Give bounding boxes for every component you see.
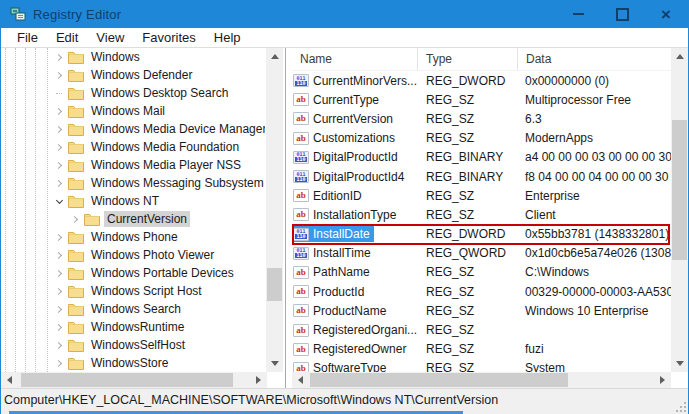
expand-icon[interactable] bbox=[53, 249, 65, 261]
tree-item-windows[interactable]: Windows bbox=[1, 48, 265, 66]
tree-item-label: Windows Media Device Manager bbox=[88, 121, 265, 137]
scrollbar-thumb[interactable] bbox=[672, 120, 687, 260]
column-header-data[interactable]: Data bbox=[518, 48, 671, 70]
registry-value-row-digitalproductid4[interactable]: 011110 DigitalProductId4 REG_BINARY f8 0… bbox=[292, 167, 671, 186]
registry-value-row-registeredorgani[interactable]: ab RegisteredOrgani... REG_SZ bbox=[292, 320, 671, 339]
expand-icon[interactable] bbox=[53, 159, 65, 171]
expand-icon[interactable] bbox=[53, 303, 65, 315]
expand-icon[interactable] bbox=[53, 267, 65, 279]
tree-vertical-scrollbar[interactable] bbox=[266, 48, 283, 372]
tree-item-label: WindowsStore bbox=[88, 355, 171, 371]
registry-value-row-softwaretype[interactable]: ab SoftwareType REG_SZ System bbox=[292, 359, 671, 372]
registry-value-row-currentversion[interactable]: ab CurrentVersion REG_SZ 6.3 bbox=[292, 109, 671, 128]
column-header-type[interactable]: Type bbox=[418, 48, 518, 70]
tree-item-windowsselfhost[interactable]: WindowsSelfHost bbox=[1, 336, 265, 354]
expand-icon[interactable] bbox=[53, 357, 65, 369]
expand-icon[interactable] bbox=[69, 213, 81, 225]
reg-sz-icon: ab bbox=[293, 362, 309, 372]
tree-item-windows-media-player-nss[interactable]: Windows Media Player NSS bbox=[1, 156, 265, 174]
maximize-button[interactable] bbox=[600, 0, 644, 28]
expand-icon[interactable] bbox=[53, 69, 65, 81]
reg-sz-icon: ab bbox=[293, 343, 309, 356]
tree-item-windowsstore[interactable]: WindowsStore bbox=[1, 354, 265, 372]
expand-icon[interactable] bbox=[53, 141, 65, 153]
tree-item-windows-defender[interactable]: Windows Defender bbox=[1, 66, 265, 84]
registry-value-row-editionid[interactable]: ab EditionID REG_SZ Enterprise bbox=[292, 186, 671, 205]
registry-value-row-productname[interactable]: ab ProductName REG_SZ Windows 10 Enterpr… bbox=[292, 301, 671, 320]
registry-value-row-customizations[interactable]: ab Customizations REG_SZ ModernApps bbox=[292, 129, 671, 148]
value-name: ProductId bbox=[313, 285, 364, 299]
scrollbar-thumb[interactable] bbox=[267, 268, 282, 301]
value-type: REG_SZ bbox=[418, 131, 518, 145]
scrollbar-thumb[interactable] bbox=[21, 373, 233, 387]
tree-item-windows-portable-devices[interactable]: Windows Portable Devices bbox=[1, 264, 265, 282]
tree-item-windows-nt[interactable]: Windows NT bbox=[1, 192, 265, 210]
registry-value-row-currentminorvers[interactable]: 011110 CurrentMinorVers... REG_DWORD 0x0… bbox=[292, 71, 671, 90]
tree-item-currentversion[interactable]: CurrentVersion bbox=[1, 210, 265, 228]
scroll-down-icon[interactable] bbox=[266, 355, 283, 372]
scrollbar-thumb[interactable] bbox=[310, 373, 568, 387]
expand-icon[interactable] bbox=[53, 105, 65, 117]
menu-edit[interactable]: Edit bbox=[47, 30, 87, 45]
expand-icon[interactable] bbox=[53, 123, 65, 135]
scroll-left-icon[interactable] bbox=[1, 372, 18, 388]
registry-value-row-registeredowner[interactable]: ab RegisteredOwner REG_SZ fuzi bbox=[292, 340, 671, 359]
tree-item-windows-photo-viewer[interactable]: Windows Photo Viewer bbox=[1, 246, 265, 264]
expand-icon[interactable] bbox=[53, 231, 65, 243]
no-children-marker bbox=[53, 87, 65, 99]
column-header-name[interactable]: Name bbox=[292, 48, 418, 70]
scroll-right-icon[interactable] bbox=[250, 372, 267, 388]
folder-icon bbox=[68, 357, 84, 370]
registry-value-row-installationtype[interactable]: ab InstallationType REG_SZ Client bbox=[292, 205, 671, 224]
tree-item-windows-desktop-search[interactable]: Windows Desktop Search bbox=[1, 84, 265, 102]
value-name: ProductName bbox=[313, 304, 386, 318]
tree-item-windows-mail[interactable]: Windows Mail bbox=[1, 102, 265, 120]
value-data: 00329-00000-00003-AA530 bbox=[518, 285, 671, 299]
folder-icon bbox=[68, 267, 84, 280]
menu-view[interactable]: View bbox=[87, 30, 133, 45]
tree-item-windows-media-device-manager[interactable]: Windows Media Device Manager bbox=[1, 120, 265, 138]
registry-value-row-currenttype[interactable]: ab CurrentType REG_SZ Multiprocessor Fre… bbox=[292, 90, 671, 109]
value-name-wrap: ab CurrentType bbox=[292, 92, 383, 108]
list-vertical-scrollbar[interactable] bbox=[671, 48, 688, 372]
expand-icon[interactable] bbox=[53, 321, 65, 333]
registry-value-row-digitalproductid[interactable]: 011110 DigitalProductId REG_BINARY a4 00… bbox=[292, 148, 671, 167]
tree-items: Windows Windows Defender Windows Desktop… bbox=[1, 48, 265, 372]
collapse-icon[interactable] bbox=[53, 195, 65, 207]
tree-item-windows-search[interactable]: Windows Search bbox=[1, 300, 265, 318]
expand-icon[interactable] bbox=[53, 285, 65, 297]
scroll-right-icon[interactable] bbox=[654, 372, 671, 388]
expand-icon[interactable] bbox=[53, 177, 65, 189]
scroll-down-icon[interactable] bbox=[671, 355, 688, 372]
registry-value-row-installtime[interactable]: 011110 InstallTime REG_QWORD 0x1d0cb6e5a… bbox=[292, 244, 671, 263]
tree-horizontal-scrollbar[interactable] bbox=[1, 372, 267, 388]
list-horizontal-scrollbar[interactable] bbox=[292, 372, 671, 388]
tree-item-label: CurrentVersion bbox=[104, 211, 190, 227]
close-button[interactable]: × bbox=[644, 0, 688, 28]
value-name: SoftwareType bbox=[313, 361, 386, 372]
tree-item-windows-phone[interactable]: Windows Phone bbox=[1, 228, 265, 246]
menu-help[interactable]: Help bbox=[205, 30, 250, 45]
scroll-left-icon[interactable] bbox=[292, 372, 309, 388]
registry-value-row-pathname[interactable]: ab PathName REG_SZ C:\Windows bbox=[292, 263, 671, 282]
scroll-up-icon[interactable] bbox=[671, 48, 688, 65]
menu-file[interactable]: File bbox=[8, 30, 47, 45]
tree-item-windows-script-host[interactable]: Windows Script Host bbox=[1, 282, 265, 300]
registry-value-row-installdate[interactable]: 011110 InstallDate REG_DWORD 0x55bb3781 … bbox=[292, 225, 671, 244]
value-name: PathName bbox=[313, 265, 370, 279]
scroll-up-icon[interactable] bbox=[266, 48, 283, 65]
folder-icon bbox=[68, 339, 84, 352]
resize-grip-icon[interactable] bbox=[676, 402, 686, 412]
registry-value-row-productid[interactable]: ab ProductId REG_SZ 00329-00000-00003-AA… bbox=[292, 282, 671, 301]
value-name-wrap: 011110 InstallTime bbox=[292, 245, 375, 261]
minimize-button[interactable] bbox=[556, 0, 600, 28]
tree-item-windows-messaging-subsystem[interactable]: Windows Messaging Subsystem bbox=[1, 174, 265, 192]
expand-icon[interactable] bbox=[53, 339, 65, 351]
tree-item-windowsruntime[interactable]: WindowsRuntime bbox=[1, 318, 265, 336]
value-type: REG_SZ bbox=[418, 285, 518, 299]
expand-icon[interactable] bbox=[53, 51, 65, 63]
menu-favorites[interactable]: Favorites bbox=[133, 30, 204, 45]
value-type: REG_SZ bbox=[418, 361, 518, 372]
folder-icon bbox=[68, 177, 84, 190]
tree-item-windows-media-foundation[interactable]: Windows Media Foundation bbox=[1, 138, 265, 156]
